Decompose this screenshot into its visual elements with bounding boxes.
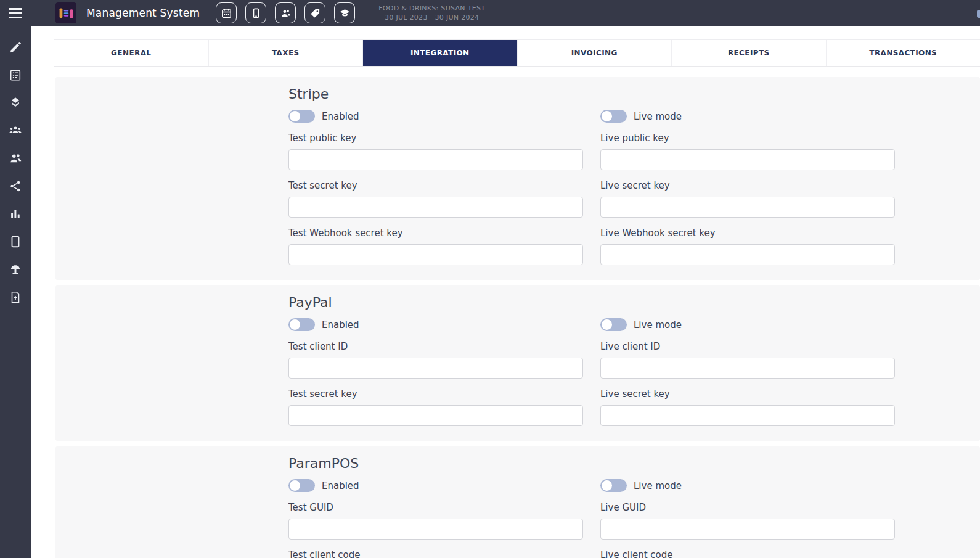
stripe-section: Stripe Enabled Live mode Test public key… — [55, 77, 980, 280]
customers-button[interactable] — [275, 2, 296, 23]
tab-receipts[interactable]: RECEIPTS — [672, 40, 827, 66]
app-logo[interactable] — [55, 2, 76, 23]
test-secret-key-input[interactable] — [288, 405, 583, 426]
test-public-key-input[interactable] — [288, 149, 583, 170]
enabled-toggle-label: Enabled — [322, 111, 359, 122]
venue-info[interactable]: FOOD & DRINKS: SUSAN TEST 30 JUL 2023 - … — [378, 4, 485, 22]
test-webhook-secret-key-input[interactable] — [288, 244, 583, 265]
tab-taxes[interactable]: TAXES — [209, 40, 364, 66]
section-title: ParamPOS — [288, 456, 895, 472]
sidebar-item-podium[interactable] — [0, 255, 31, 283]
sidebar-item-share[interactable] — [0, 172, 31, 200]
hamburger-icon — [9, 8, 22, 18]
field-label: Test secret key — [288, 389, 583, 400]
toggle-knob — [290, 480, 300, 491]
calendar-button[interactable] — [216, 2, 237, 23]
enabled-toggle[interactable] — [288, 110, 315, 123]
reports-icon — [9, 207, 22, 221]
enabled-toggle[interactable] — [288, 318, 315, 331]
field-label: Live Webhook secret key — [600, 228, 895, 239]
sidebar-item-menu-list[interactable] — [0, 61, 31, 89]
paypal-section: PayPal Enabled Live mode Test client IDL… — [55, 285, 980, 441]
education-button[interactable] — [334, 2, 355, 23]
section-title: Stripe — [288, 86, 895, 102]
tab-invoicing[interactable]: INVOICING — [518, 40, 672, 66]
field-label: Test client ID — [288, 342, 583, 352]
toggle-knob — [602, 480, 612, 491]
field-label: Test client code — [288, 550, 583, 558]
tab-general[interactable]: GENERAL — [54, 40, 209, 66]
enabled-toggle[interactable] — [288, 479, 315, 492]
field-label: Live public key — [600, 133, 895, 144]
venue-period: 30 JUL 2023 - 30 JUN 2024 — [378, 13, 485, 22]
edit-icon — [9, 41, 22, 54]
live-secret-key-input[interactable] — [600, 197, 895, 218]
test-guid-input[interactable] — [288, 519, 583, 540]
podium-icon — [9, 263, 22, 276]
team-icon — [9, 124, 22, 137]
field-label: Test secret key — [288, 181, 583, 191]
field-label: Live client code — [600, 550, 895, 558]
mobile-icon — [250, 7, 262, 19]
hamburger-menu-button[interactable] — [0, 8, 31, 18]
customers-icon — [280, 7, 292, 19]
sidebar-item-tags[interactable] — [0, 89, 31, 117]
live-client-id-input[interactable] — [600, 358, 895, 379]
live-public-key-input[interactable] — [600, 149, 895, 170]
field-label: Test public key — [288, 133, 583, 144]
customers-icon — [9, 152, 22, 165]
live-guid-input[interactable] — [600, 519, 895, 540]
test-client-id-input[interactable] — [288, 358, 583, 379]
live-mode-toggle[interactable] — [600, 318, 627, 331]
menu-list-icon — [9, 68, 22, 82]
app-title: Management System — [86, 7, 200, 19]
field-label: Test GUID — [288, 503, 583, 513]
main-content: GENERALTAXESINTEGRATIONINVOICINGRECEIPTS… — [31, 26, 980, 558]
share-icon — [9, 179, 22, 193]
integration-settings: Stripe Enabled Live mode Test public key… — [31, 67, 980, 558]
clipped-edge-element — [977, 10, 980, 18]
tag-icon — [309, 7, 321, 19]
education-icon — [339, 7, 351, 19]
live-secret-key-input[interactable] — [600, 405, 895, 426]
left-sidebar — [0, 26, 31, 558]
venue-name: FOOD & DRINKS: SUSAN TEST — [378, 4, 485, 13]
sidebar-item-file-upload[interactable] — [0, 283, 31, 311]
enabled-toggle-label: Enabled — [322, 319, 359, 330]
tab-transactions[interactable]: TRANSACTIONS — [827, 40, 980, 66]
calendar-icon — [221, 7, 232, 19]
tab-integration[interactable]: INTEGRATION — [363, 40, 518, 66]
toggle-knob — [602, 111, 612, 121]
toggle-knob — [602, 319, 612, 330]
live-mode-toggle-label: Live mode — [634, 480, 682, 491]
live-mode-toggle-label: Live mode — [634, 319, 682, 330]
settings-tab-strip: GENERALTAXESINTEGRATIONINVOICINGRECEIPTS… — [54, 39, 980, 67]
test-secret-key-input[interactable] — [288, 197, 583, 218]
toggle-knob — [290, 111, 300, 121]
live-mode-toggle[interactable] — [600, 110, 627, 123]
sidebar-item-edit[interactable] — [0, 33, 31, 61]
field-label: Live secret key — [600, 181, 895, 191]
field-label: Live secret key — [600, 389, 895, 400]
tag-button[interactable] — [304, 2, 325, 23]
tags-icon — [9, 96, 22, 110]
toggle-knob — [290, 319, 300, 330]
live-webhook-secret-key-input[interactable] — [600, 244, 895, 265]
field-label: Live GUID — [600, 503, 895, 513]
sidebar-item-reports[interactable] — [0, 200, 31, 228]
file-upload-icon — [9, 290, 22, 304]
field-label: Test Webhook secret key — [288, 228, 583, 239]
mobile-button[interactable] — [245, 2, 266, 23]
sidebar-item-customers[interactable] — [0, 144, 31, 172]
sidebar-item-team[interactable] — [0, 117, 31, 144]
section-title: PayPal — [288, 295, 895, 311]
sidebar-item-tablet[interactable] — [0, 228, 31, 255]
field-label: Live client ID — [600, 342, 895, 352]
live-mode-toggle[interactable] — [600, 479, 627, 492]
live-mode-toggle-label: Live mode — [634, 111, 682, 122]
top-header: Management System FOOD & DRI — [0, 0, 980, 26]
header-divider — [970, 3, 970, 22]
tablet-icon — [9, 235, 22, 248]
enabled-toggle-label: Enabled — [322, 480, 359, 491]
parampos-section: ParamPOS Enabled Live mode Test GUIDLive… — [55, 446, 980, 558]
